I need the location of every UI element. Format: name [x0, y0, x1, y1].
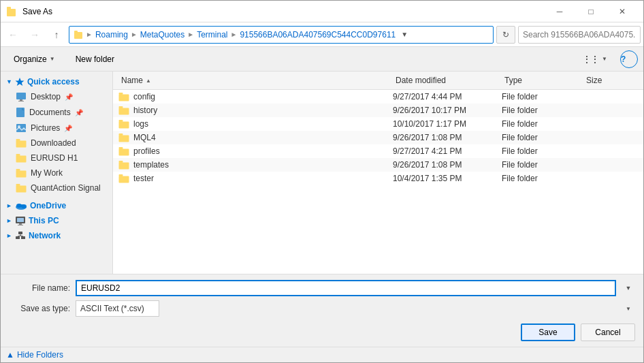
file-type: File folder [502, 160, 583, 170]
column-header-name[interactable]: Name ▲ [118, 74, 393, 86]
file-list-header: Name ▲ Date modified Type Size [113, 72, 643, 90]
maximize-button[interactable]: □ [575, 1, 607, 22]
organize-dropdown-icon: ▼ [50, 56, 55, 62]
svg-line-30 [18, 236, 20, 236]
savetype-select[interactable]: ASCII Text (*.csv) [76, 300, 159, 317]
column-header-size[interactable]: Size [583, 74, 638, 86]
file-name-cell: templates [118, 160, 393, 170]
file-modified: 9/27/2017 4:44 PM [393, 92, 502, 101]
quick-access-chevron-icon: ▼ [6, 78, 12, 85]
table-row[interactable]: profiles 9/27/2017 4:21 PM File folder [113, 144, 643, 158]
organize-label: Organize [14, 54, 47, 64]
new-folder-button[interactable]: New folder [68, 50, 122, 68]
column-header-type[interactable]: Type [502, 74, 583, 86]
view-button[interactable]: ⋮⋮ ▼ [575, 50, 615, 68]
svg-point-20 [16, 204, 22, 208]
sidebar-item-documents[interactable]: Documents 📌 [1, 104, 112, 121]
minimize-button[interactable]: ─ [544, 1, 575, 22]
svg-rect-39 [119, 133, 123, 136]
back-button[interactable]: ← [3, 25, 22, 44]
sidebar-item-downloaded[interactable]: Downloaded [1, 136, 112, 151]
toolbar: Organize ▼ New folder ⋮⋮ ▼ ? [1, 47, 643, 72]
sidebar-item-mywork[interactable]: My Work [1, 165, 112, 180]
folder-icon [118, 174, 129, 183]
sidebar-item-quantaction[interactable]: QuantAction Signal [1, 180, 112, 195]
sidebar-item-downloaded-label: Downloaded [31, 138, 76, 148]
path-hash[interactable]: 915566BA06ADA407569C544CC0D97611 [240, 30, 396, 40]
file-name: tester [133, 174, 154, 183]
file-type: File folder [502, 106, 583, 115]
file-type: File folder [502, 92, 583, 101]
path-arrow-4: ► [230, 31, 237, 38]
sidebar-section-onedrive[interactable]: ► OneDrive [1, 198, 112, 213]
file-name: templates [133, 160, 169, 170]
svg-marker-4 [15, 78, 24, 86]
sidebar: ▼ Quick access Desktop 📌 [1, 72, 113, 274]
path-terminal[interactable]: Terminal [197, 30, 227, 40]
downloaded-folder-icon [16, 138, 27, 148]
search-input[interactable] [518, 26, 641, 44]
table-row[interactable]: config 9/27/2017 4:44 PM File folder [113, 90, 643, 104]
address-bar: ← → ↑ ► Roaming ► MetaQuotes ► Terminal … [1, 22, 643, 47]
sidebar-section-quick-access[interactable]: ▼ Quick access [1, 74, 112, 89]
svg-point-21 [21, 204, 27, 208]
pictures-icon [16, 123, 27, 133]
svg-rect-2 [74, 32, 82, 39]
svg-rect-32 [119, 95, 129, 101]
savetype-label: Save as type: [9, 304, 70, 313]
svg-rect-12 [16, 139, 20, 141]
file-name-cell: MQL4 [118, 133, 393, 142]
table-row[interactable]: MQL4 9/26/2017 1:08 PM File folder [113, 131, 643, 144]
sidebar-item-desktop[interactable]: Desktop 📌 [1, 89, 112, 104]
refresh-button[interactable]: ↻ [496, 26, 515, 44]
table-row[interactable]: tester 10/4/2017 1:35 PM File folder [113, 172, 643, 185]
sidebar-item-pictures[interactable]: Pictures 📌 [1, 121, 112, 136]
file-type: File folder [502, 133, 583, 142]
thispc-chevron-icon: ► [6, 217, 12, 224]
savetype-row: Save as type: ASCII Text (*.csv) [9, 300, 635, 317]
svg-rect-35 [119, 106, 123, 108]
quick-access-star-icon [15, 77, 25, 86]
up-button[interactable]: ↑ [47, 25, 66, 44]
forward-button[interactable]: → [25, 25, 44, 44]
file-name: logs [133, 119, 148, 129]
cancel-button[interactable]: Cancel [581, 323, 635, 341]
desktop-icon [16, 92, 27, 101]
file-name-cell: logs [118, 119, 393, 129]
thispc-label: This PC [29, 216, 59, 225]
svg-rect-26 [18, 232, 22, 234]
hide-folders-toggle[interactable]: ▲ Hide Folders [1, 347, 643, 362]
path-metaquotes[interactable]: MetaQuotes [140, 30, 184, 40]
sidebar-item-documents-label: Documents [29, 108, 71, 117]
svg-rect-33 [119, 93, 123, 95]
sidebar-item-eurusdh1[interactable]: EURUSD H1 [1, 151, 112, 165]
path-roaming[interactable]: Roaming [95, 30, 128, 40]
quantaction-folder-icon [16, 183, 27, 193]
table-row[interactable]: logs 10/10/2017 1:17 PM File folder [113, 117, 643, 131]
sidebar-section-network[interactable]: ► Network [1, 228, 112, 243]
table-row[interactable]: templates 9/26/2017 1:08 PM File folder [113, 158, 643, 172]
filename-dropdown-icon[interactable]: ▼ [622, 285, 635, 291]
column-header-modified[interactable]: Date modified [393, 74, 502, 86]
pin-icon: 📌 [65, 93, 73, 101]
filename-input[interactable] [76, 280, 616, 296]
path-arrow-1: ► [86, 31, 93, 38]
help-button[interactable]: ? [620, 50, 638, 68]
hide-folders-label: Hide Folders [17, 350, 63, 360]
file-list-body: config 9/27/2017 4:44 PM File folder his… [113, 90, 643, 274]
organize-button[interactable]: Organize ▼ [6, 50, 63, 68]
documents-icon [16, 107, 25, 118]
quick-access-label: Quick access [27, 77, 80, 86]
save-button[interactable]: Save [521, 323, 575, 341]
dialog-icon [6, 6, 17, 17]
svg-rect-18 [16, 184, 20, 186]
view-icon: ⋮⋮ [583, 54, 599, 64]
column-size-label: Size [586, 76, 602, 85]
address-path[interactable]: ► Roaming ► MetaQuotes ► Terminal ► 9155… [69, 26, 494, 44]
path-dropdown-icon[interactable]: ▼ [401, 31, 408, 38]
folder-icon [118, 146, 129, 156]
svg-rect-27 [16, 236, 20, 239]
table-row[interactable]: history 9/26/2017 10:17 PM File folder [113, 104, 643, 117]
sidebar-section-thispc[interactable]: ► This PC [1, 213, 112, 228]
close-button[interactable]: ✕ [607, 1, 638, 22]
